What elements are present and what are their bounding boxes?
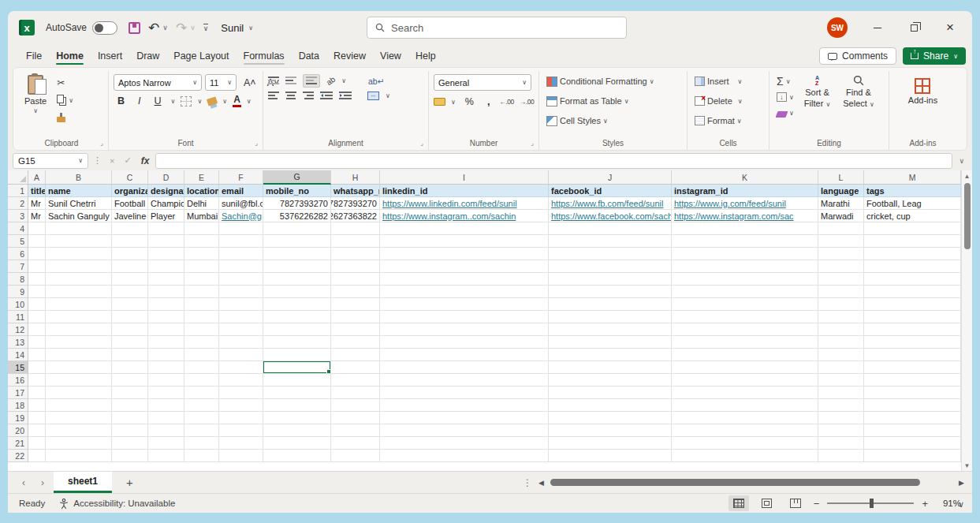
italic-button[interactable]: I [134, 95, 144, 107]
cell-I21[interactable] [380, 437, 549, 450]
row-header-11[interactable]: 11 [8, 311, 28, 323]
tab-insert[interactable]: Insert [91, 47, 129, 67]
cell-J11[interactable] [549, 311, 672, 323]
cell-J21[interactable] [549, 437, 672, 450]
column-header-G[interactable]: G [263, 170, 331, 185]
cell-J9[interactable] [549, 286, 672, 298]
cell-D3[interactable]: Player [148, 210, 184, 222]
cell-K15[interactable] [672, 361, 818, 374]
tab-home[interactable]: Home [49, 47, 91, 67]
cell-A12[interactable] [28, 323, 46, 336]
cell-C15[interactable] [112, 361, 148, 374]
cell-B4[interactable] [46, 222, 112, 235]
dialog-launcher-icon[interactable]: ⌟ [531, 140, 534, 147]
row-header-17[interactable]: 17 [8, 387, 28, 399]
cell-K2[interactable]: https://www.ig.com/feed/sunil [672, 197, 818, 210]
cell-M7[interactable] [864, 260, 961, 273]
page-break-view-button[interactable] [785, 495, 806, 511]
restore-button[interactable] [898, 16, 930, 39]
font-size-select[interactable]: 11∨ [205, 74, 237, 91]
cell-I7[interactable] [380, 260, 549, 273]
cell-C19[interactable] [112, 412, 148, 424]
cell-E17[interactable] [184, 387, 219, 399]
cell-M2[interactable]: Football, Leag [864, 197, 961, 210]
cell-J5[interactable] [549, 235, 672, 248]
cell-B11[interactable] [46, 311, 112, 323]
column-header-F[interactable]: F [219, 170, 263, 185]
decrease-indent-icon[interactable] [320, 92, 333, 100]
addins-button[interactable]: Add-ins [904, 76, 942, 107]
cell-A6[interactable] [28, 248, 46, 260]
cell-G4[interactable] [263, 222, 331, 235]
cell-K10[interactable] [672, 298, 818, 311]
cell-L14[interactable] [818, 349, 864, 361]
cell-M18[interactable] [864, 399, 961, 412]
accessibility-status[interactable]: Accessibility: Unavailable [59, 499, 175, 509]
cell-A22[interactable] [28, 450, 46, 462]
name-box[interactable]: G15∨ [13, 153, 88, 169]
horizontal-scrollbar[interactable] [550, 478, 952, 488]
undo-icon[interactable]: ↶ [148, 21, 159, 35]
sort-filter-button[interactable]: AZ Sort &Filter ∨ [799, 73, 835, 112]
cell-F3[interactable]: Sachin@g [219, 210, 263, 222]
accounting-format-icon[interactable] [434, 98, 445, 106]
cell-G8[interactable] [263, 273, 331, 286]
row-header-18[interactable]: 18 [8, 399, 28, 412]
cell-C1[interactable]: organizati [112, 185, 148, 197]
cell-M15[interactable] [864, 361, 961, 374]
cell-B22[interactable] [46, 450, 112, 462]
cell-K14[interactable] [672, 349, 818, 361]
cell-F9[interactable] [219, 286, 263, 298]
cell-J4[interactable] [549, 222, 672, 235]
clear-button[interactable]: ∨ [774, 106, 796, 120]
cell-D13[interactable] [148, 336, 184, 349]
scroll-left-icon[interactable]: ◀ [538, 479, 544, 487]
decrease-decimal-icon[interactable]: →.00 [520, 98, 534, 106]
cell-D20[interactable] [148, 424, 184, 437]
share-button[interactable]: Share ∨ [903, 47, 966, 65]
cell-A9[interactable] [28, 286, 46, 298]
next-sheet-icon[interactable]: › [35, 477, 50, 488]
cell-C7[interactable] [112, 260, 148, 273]
cell-L22[interactable] [818, 450, 864, 462]
sheet-tab[interactable]: sheet1 [54, 472, 112, 493]
cell-K1[interactable]: instagram_id [672, 185, 818, 197]
cell-M16[interactable] [864, 374, 961, 387]
cell-A18[interactable] [28, 399, 46, 412]
cell-K20[interactable] [672, 424, 818, 437]
cell-C2[interactable]: Football [112, 197, 148, 210]
merge-dropdown-icon[interactable]: ∨ [386, 92, 390, 99]
scroll-right-icon[interactable]: ▶ [959, 479, 964, 487]
cell-H16[interactable] [331, 374, 380, 387]
select-all-corner[interactable] [8, 170, 28, 185]
cell-G12[interactable] [263, 323, 331, 336]
search-input[interactable]: Search [367, 17, 627, 39]
cell-M14[interactable] [864, 349, 961, 361]
cell-M10[interactable] [864, 298, 961, 311]
cell-K4[interactable] [672, 222, 818, 235]
row-header-4[interactable]: 4 [8, 222, 28, 235]
cell-K3[interactable]: https://www.instagram.com/sac [672, 210, 818, 222]
cell-D12[interactable] [148, 323, 184, 336]
cell-D4[interactable] [148, 222, 184, 235]
cell-M11[interactable] [864, 311, 961, 323]
cell-G19[interactable] [263, 412, 331, 424]
cell-F21[interactable] [219, 437, 263, 450]
cell-A7[interactable] [28, 260, 46, 273]
cell-L12[interactable] [818, 323, 864, 336]
align-bottom-icon[interactable] [306, 77, 317, 85]
tab-file[interactable]: File [19, 47, 49, 67]
cell-M5[interactable] [864, 235, 961, 248]
cell-E2[interactable]: Delhi [184, 197, 219, 210]
cell-D11[interactable] [148, 311, 184, 323]
cell-E4[interactable] [184, 222, 219, 235]
cell-G1[interactable]: mobile_no [263, 185, 331, 197]
insert-cells-button[interactable]: Insert∨ [692, 73, 744, 90]
zoom-slider-thumb[interactable] [870, 499, 874, 508]
cell-I12[interactable] [380, 323, 549, 336]
cell-F19[interactable] [219, 412, 263, 424]
merge-center-icon[interactable] [367, 92, 379, 100]
page-layout-view-button[interactable] [757, 495, 777, 511]
cell-A15[interactable] [28, 361, 46, 374]
cell-L18[interactable] [818, 399, 864, 412]
